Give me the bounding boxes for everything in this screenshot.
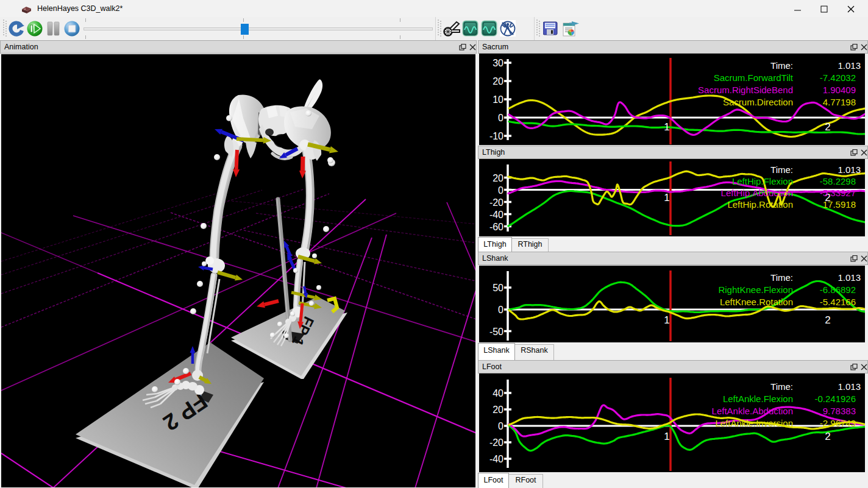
svg-text:4.77198: 4.77198: [823, 97, 856, 107]
svg-text:1.013: 1.013: [838, 381, 861, 392]
svg-text:-5.42166: -5.42166: [820, 297, 856, 307]
svg-text:-50: -50: [489, 327, 503, 337]
svg-text:-6.86892: -6.86892: [820, 285, 856, 295]
svg-text:Time:: Time:: [770, 60, 793, 71]
svg-text:-2.96743: -2.96743: [820, 418, 856, 428]
svg-text:Sacrum.Direction: Sacrum.Direction: [723, 97, 793, 107]
svg-text:50: 50: [493, 283, 503, 293]
svg-text:20: 20: [493, 405, 503, 415]
svg-text:10: 10: [493, 94, 503, 105]
svg-text:1.013: 1.013: [838, 60, 861, 71]
svg-text:-58.2298: -58.2298: [820, 176, 856, 186]
svg-text:LeftAnkle.Flexion: LeftAnkle.Flexion: [723, 394, 793, 404]
svg-text:Time:: Time:: [770, 164, 793, 175]
svg-text:Sacrum.ForwardTilt: Sacrum.ForwardTilt: [714, 72, 794, 83]
svg-text:17.5918: 17.5918: [823, 199, 856, 210]
svg-text:LeftHip.Rotation: LeftHip.Rotation: [727, 199, 793, 210]
svg-text:LeftHip.Flexion: LeftHip.Flexion: [732, 176, 793, 186]
svg-text:RightKnee.Flexion: RightKnee.Flexion: [718, 285, 793, 295]
svg-text:2: 2: [825, 431, 830, 442]
svg-text:LeftAnkle.Inversion: LeftAnkle.Inversion: [715, 418, 793, 428]
svg-text:0: 0: [498, 113, 503, 123]
svg-text:-5.33927: -5.33927: [820, 188, 856, 198]
svg-text:-60: -60: [489, 222, 503, 232]
svg-text:-20: -20: [489, 437, 503, 448]
svg-text:9.78383: 9.78383: [823, 406, 856, 416]
svg-text:1: 1: [664, 192, 669, 203]
svg-text:2: 2: [825, 314, 830, 326]
svg-text:-0.241926: -0.241926: [814, 394, 856, 404]
svg-text:Time:: Time:: [770, 381, 793, 392]
svg-text:0: 0: [498, 305, 503, 315]
svg-text:20: 20: [493, 76, 503, 87]
svg-text:-40: -40: [489, 210, 503, 220]
svg-text:-10: -10: [489, 131, 503, 141]
svg-text:0: 0: [498, 421, 503, 431]
svg-text:20: 20: [493, 173, 503, 183]
svg-text:-40: -40: [489, 454, 503, 464]
svg-text:LeftAnkle.Abduction: LeftAnkle.Abduction: [712, 406, 793, 416]
svg-text:Time:: Time:: [770, 272, 793, 283]
svg-text:1.013: 1.013: [838, 164, 861, 175]
svg-text:1: 1: [664, 121, 669, 133]
svg-text:1.90409: 1.90409: [823, 85, 856, 95]
svg-text:1: 1: [664, 314, 669, 326]
svg-text:1: 1: [664, 431, 669, 442]
svg-text:-20: -20: [489, 197, 503, 208]
svg-text:LeftKnee.Rotation: LeftKnee.Rotation: [720, 297, 793, 307]
svg-text:1.013: 1.013: [838, 272, 861, 283]
svg-text:LeftHip.Abduction: LeftHip.Abduction: [721, 188, 793, 198]
svg-text:2: 2: [825, 121, 830, 133]
svg-text:0: 0: [498, 185, 503, 196]
svg-text:-7.42032: -7.42032: [820, 72, 856, 83]
svg-text:40: 40: [493, 388, 503, 398]
svg-text:Sacrum.RightSideBend: Sacrum.RightSideBend: [698, 85, 793, 95]
svg-text:30: 30: [493, 58, 503, 68]
